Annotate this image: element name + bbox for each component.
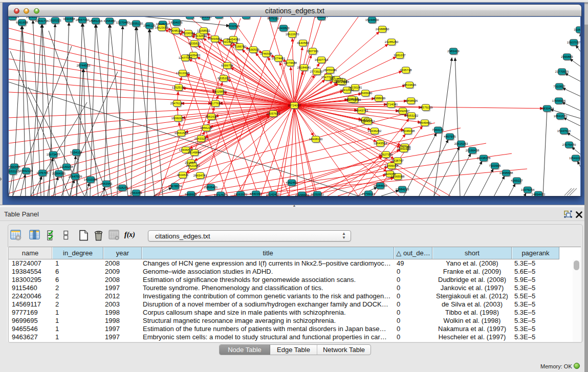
svg-text:19678574: 19678574 (168, 185, 182, 188)
svg-text:8418275: 8418275 (116, 186, 128, 189)
svg-text:3604511: 3604511 (177, 173, 189, 177)
svg-text:24454361: 24454361 (227, 38, 241, 41)
svg-text:3307301: 3307301 (307, 50, 319, 53)
svg-text:5468605: 5468605 (185, 193, 197, 196)
svg-text:12927396: 12927396 (379, 153, 393, 156)
svg-text:26654741: 26654741 (193, 174, 207, 177)
svg-text:4952451: 4952451 (286, 181, 298, 184)
svg-text:3746598: 3746598 (260, 52, 272, 55)
svg-text:4269227: 4269227 (511, 179, 523, 182)
svg-text:3430558: 3430558 (63, 17, 75, 20)
svg-text:13495588: 13495588 (499, 171, 513, 174)
svg-text:6099754: 6099754 (221, 64, 233, 67)
svg-text:15244500: 15244500 (365, 18, 379, 21)
svg-text:4961630: 4961630 (205, 115, 217, 118)
svg-text:3343959: 3343959 (240, 17, 252, 17)
svg-text:28384656: 28384656 (374, 184, 387, 187)
svg-text:21499058: 21499058 (385, 164, 399, 167)
svg-text:22053165: 22053165 (9, 170, 20, 173)
svg-text:6061658: 6061658 (16, 21, 28, 24)
svg-text:12643564: 12643564 (374, 142, 387, 145)
svg-text:11350932: 11350932 (311, 193, 324, 196)
svg-text:24894472: 24894472 (532, 193, 546, 196)
svg-text:28557392: 28557392 (76, 18, 90, 21)
svg-text:3883910: 3883910 (200, 17, 212, 18)
svg-text:3106848: 3106848 (574, 28, 580, 31)
svg-text:11527619: 11527619 (334, 80, 348, 83)
svg-text:12477488: 12477488 (179, 56, 192, 59)
svg-text:15031529: 15031529 (226, 25, 240, 28)
svg-text:10717675: 10717675 (214, 193, 228, 196)
svg-text:2258145: 2258145 (184, 17, 196, 17)
svg-text:15347616: 15347616 (557, 129, 571, 133)
svg-text:2663941: 2663941 (100, 182, 113, 185)
svg-text:22160294: 22160294 (60, 165, 74, 168)
svg-text:18026717: 18026717 (156, 23, 170, 26)
svg-text:27079470: 27079470 (562, 143, 576, 146)
svg-text:11388699: 11388699 (372, 97, 386, 100)
svg-text:19379254: 19379254 (521, 188, 535, 191)
svg-text:23436262: 23436262 (368, 129, 382, 133)
svg-text:23285250: 23285250 (385, 40, 399, 43)
svg-text:7910827: 7910827 (553, 85, 565, 88)
svg-text:27477606: 27477606 (321, 76, 335, 79)
svg-text:20166438: 20166438 (466, 149, 480, 152)
svg-text:24388850: 24388850 (376, 28, 389, 31)
svg-text:23858526: 23858526 (404, 99, 418, 102)
svg-text:22841736: 22841736 (35, 19, 49, 23)
svg-text:16908100: 16908100 (309, 138, 323, 141)
svg-text:2999883: 2999883 (561, 55, 573, 58)
svg-text:11058511: 11058511 (197, 29, 210, 32)
svg-text:23421603: 23421603 (186, 164, 200, 167)
svg-text:11866024: 11866024 (9, 17, 19, 18)
svg-text:16623006: 16623006 (155, 26, 169, 29)
svg-text:7064171: 7064171 (432, 128, 444, 132)
svg-text:8204075: 8204075 (170, 21, 183, 24)
svg-text:20555120: 20555120 (129, 22, 143, 25)
svg-text:11074688: 11074688 (284, 61, 297, 64)
svg-text:14310388: 14310388 (84, 178, 98, 181)
svg-text:16060376: 16060376 (171, 117, 185, 120)
svg-text:2620223: 2620223 (49, 19, 61, 22)
svg-text:20515263: 20515263 (454, 142, 468, 145)
svg-text:17665640: 17665640 (359, 92, 373, 95)
svg-text:20562129: 20562129 (19, 169, 33, 172)
svg-text:12525131: 12525131 (172, 86, 186, 89)
svg-text:27654952: 27654952 (208, 37, 222, 40)
svg-text:18981216: 18981216 (89, 19, 103, 23)
svg-text:11541029: 11541029 (569, 157, 580, 160)
svg-text:25476122: 25476122 (170, 102, 184, 105)
svg-text:19973477: 19973477 (47, 153, 60, 156)
svg-text:20274461: 20274461 (272, 57, 286, 60)
svg-text:9075310: 9075310 (267, 17, 279, 20)
svg-text:10549441: 10549441 (418, 121, 432, 124)
svg-text:9335812: 9335812 (188, 42, 201, 45)
svg-text:22714041: 22714041 (384, 103, 398, 106)
svg-text:5154104: 5154104 (70, 151, 82, 154)
svg-text:24330241: 24330241 (349, 86, 362, 89)
svg-text:16491923: 16491923 (397, 147, 411, 150)
svg-text:6638767: 6638767 (391, 159, 404, 162)
svg-text:9190519: 9190519 (247, 48, 259, 51)
svg-text:18724007: 18724007 (288, 104, 301, 107)
svg-text:21770515: 21770515 (555, 70, 569, 73)
svg-text:24538166: 24538166 (345, 98, 359, 101)
svg-text:4043823: 4043823 (277, 27, 290, 30)
svg-text:19799114: 19799114 (362, 192, 376, 195)
svg-text:18622670: 18622670 (286, 33, 299, 36)
svg-text:13945012: 13945012 (361, 120, 375, 123)
svg-text:20648195: 20648195 (169, 29, 183, 32)
svg-text:29805421: 29805421 (204, 186, 218, 189)
svg-text:23830434: 23830434 (540, 107, 554, 110)
svg-text:14248078: 14248078 (26, 17, 40, 18)
svg-text:15029873: 15029873 (213, 90, 227, 93)
svg-text:13270483: 13270483 (116, 21, 130, 24)
svg-text:10057659: 10057659 (267, 112, 280, 115)
svg-text:15063972: 15063972 (234, 193, 248, 196)
svg-text:4140560: 4140560 (297, 41, 309, 45)
svg-text:25533636: 25533636 (403, 83, 417, 86)
svg-text:2946120: 2946120 (143, 24, 156, 27)
svg-text:17656906: 17656906 (552, 99, 566, 102)
svg-text:28744553: 28744553 (77, 64, 91, 67)
svg-text:19142407: 19142407 (266, 193, 280, 196)
